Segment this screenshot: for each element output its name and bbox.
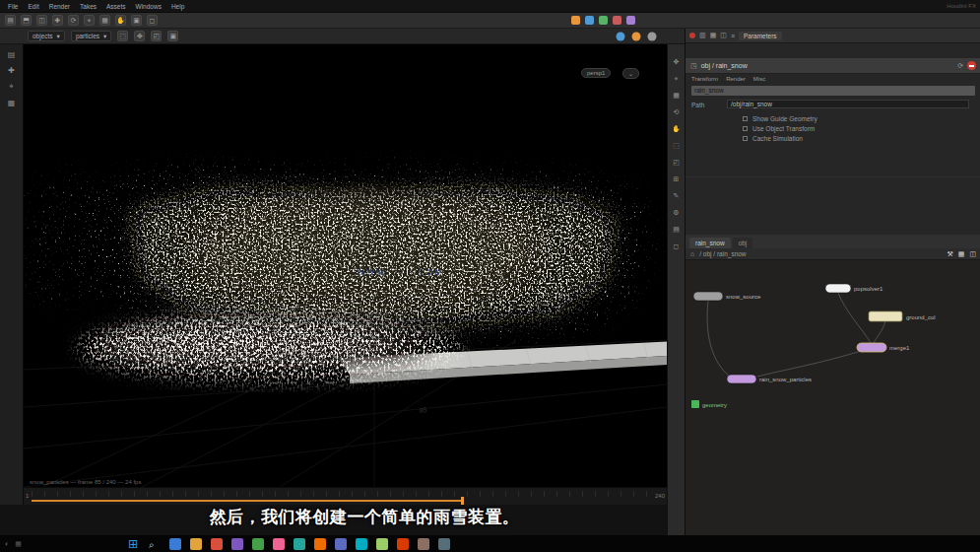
node-popsolver[interactable]: popsolver1 xyxy=(825,284,883,293)
tab-parameters[interactable]: Parameters xyxy=(739,32,782,40)
pane-icon[interactable]: ▦ xyxy=(710,32,717,39)
tool-icon[interactable]: ▦ xyxy=(8,99,16,107)
app-icon[interactable] xyxy=(211,538,223,550)
node-geometry-flag[interactable]: geometry xyxy=(691,400,727,408)
node-snow-source[interactable]: snow_source xyxy=(693,292,761,301)
menu-help[interactable]: Help xyxy=(167,3,188,10)
category-dropdown[interactable]: particles▾ xyxy=(71,31,111,41)
tool-icon[interactable]: ✚ xyxy=(52,15,63,26)
checkbox-row[interactable]: Cache Simulation xyxy=(743,135,803,142)
menu-assets[interactable]: Assets xyxy=(102,3,130,10)
tool-icon[interactable]: ⟳ xyxy=(68,15,79,26)
tool-icon[interactable]: ⟲ xyxy=(674,108,680,116)
timeline-playbar[interactable]: 1 240 xyxy=(24,487,667,505)
param-tab[interactable]: Misc xyxy=(753,76,765,82)
param-tab[interactable]: Transform xyxy=(691,76,718,82)
timeline-scrubber-handle[interactable] xyxy=(461,497,464,505)
frame-start: 1 xyxy=(26,493,29,499)
tool-icon[interactable]: ▦ xyxy=(99,15,110,26)
menu-windows[interactable]: Windows xyxy=(132,3,165,10)
tool-icon[interactable]: ⊞ xyxy=(674,175,680,183)
path-field[interactable]: /obj/rain_snow xyxy=(727,100,969,108)
app-icon[interactable] xyxy=(231,538,243,550)
node-name-field[interactable]: rain_snow xyxy=(691,86,975,96)
param-tab[interactable]: Render xyxy=(726,76,746,82)
main-toolbar: ▤ ⬒ ◫ ✚ ⟳ ⌖ ▦ ✋ ▣ ◻ xyxy=(0,13,980,29)
tool-icon[interactable]: ✋ xyxy=(672,125,681,133)
tab-network-obj[interactable]: obj xyxy=(733,238,753,248)
pane-icon[interactable]: ≡ xyxy=(731,33,735,39)
app-icon[interactable] xyxy=(190,538,202,550)
tool-icon[interactable]: ⌖ xyxy=(675,75,679,83)
tool-icon[interactable]: ▣ xyxy=(167,31,178,41)
tool-icon[interactable]: ◫ xyxy=(36,15,47,26)
viewport-3d[interactable]: 85 persp1 ⌄ WWW.·····.COM snow_particles… xyxy=(24,44,667,487)
app-icon[interactable] xyxy=(376,538,388,550)
view-options-pill[interactable]: ⌄ xyxy=(622,68,639,79)
tool-icon[interactable]: ✚ xyxy=(8,66,15,75)
network-editor[interactable]: snow_source popsolver1 ground_col merge1… xyxy=(686,260,980,535)
search-icon[interactable]: ⌕ xyxy=(149,539,155,550)
tool-icon[interactable]: ⌖ xyxy=(84,15,95,26)
accent-tool-icons[interactable] xyxy=(571,15,650,27)
taskbar-apps[interactable]: ⊞ ⌕ xyxy=(128,536,463,551)
tab-network-rain-snow[interactable]: rain_snow xyxy=(689,238,731,248)
tool-icon[interactable]: ▤ xyxy=(8,50,16,59)
windows-start-icon[interactable]: ⊞ xyxy=(128,537,138,551)
camera-pill[interactable]: persp1 xyxy=(581,68,611,78)
app-icon[interactable] xyxy=(314,538,326,550)
app-icon[interactable] xyxy=(169,538,181,550)
menu-render[interactable]: Render xyxy=(45,3,74,10)
app-icon[interactable] xyxy=(252,538,264,550)
path-label: Path xyxy=(691,102,704,108)
tool-icon[interactable]: ◰ xyxy=(673,159,680,167)
grid-icon[interactable]: ▦ xyxy=(958,250,965,258)
view-toggle-icons[interactable] xyxy=(615,31,662,42)
tool-icon[interactable]: ✥ xyxy=(134,31,145,41)
menu-takes[interactable]: Takes xyxy=(76,3,100,10)
tool-icon[interactable]: ✎ xyxy=(674,192,680,200)
checkbox-icon[interactable] xyxy=(743,126,748,131)
app-icon[interactable] xyxy=(438,538,450,550)
node-rain-snow-particles[interactable]: rain_snow_particles xyxy=(727,375,812,383)
menu-file[interactable]: File xyxy=(4,3,22,10)
tool-icon[interactable]: ◻ xyxy=(147,15,158,26)
pane-icon[interactable]: ▥ xyxy=(699,32,706,39)
home-icon[interactable]: ⌂ xyxy=(690,250,694,257)
layout-icon[interactable]: ◫ xyxy=(969,250,976,258)
tool-icon[interactable]: ◻ xyxy=(674,242,680,250)
tool-icon[interactable]: ⬚ xyxy=(673,142,680,150)
tray-widget-icon[interactable]: ◐ xyxy=(5,540,9,548)
checkbox-icon[interactable] xyxy=(743,116,748,121)
refresh-icon[interactable]: ⟳ xyxy=(957,62,963,70)
pane-icon[interactable]: ◫ xyxy=(720,32,727,39)
app-icon[interactable] xyxy=(418,538,429,550)
app-icon[interactable] xyxy=(273,538,285,550)
tray-widget-icon[interactable]: ▦ xyxy=(15,540,22,548)
tool-icon[interactable]: ▦ xyxy=(673,92,680,100)
tool-icon[interactable]: ✋ xyxy=(115,15,126,26)
app-icon[interactable] xyxy=(356,538,367,550)
timeline-progress[interactable] xyxy=(32,500,463,502)
tool-icon[interactable]: ⚙ xyxy=(673,209,679,217)
tool-icon[interactable]: ⌖ xyxy=(9,82,14,92)
tool-icon[interactable]: ◰ xyxy=(151,31,162,41)
tool-icon[interactable]: ▤ xyxy=(673,226,680,234)
wrench-icon[interactable]: ⚒ xyxy=(947,250,952,258)
mode-dropdown[interactable]: objects▾ xyxy=(28,31,65,41)
checkbox-row[interactable]: Use Object Transform xyxy=(743,125,815,132)
checkbox-icon[interactable] xyxy=(743,136,748,141)
tool-icon[interactable]: ✥ xyxy=(674,58,680,66)
tool-icon[interactable]: ⬒ xyxy=(21,15,32,26)
breadcrumb[interactable]: obj / rain_snow xyxy=(701,62,748,69)
app-icon[interactable] xyxy=(397,538,409,550)
checkbox-row[interactable]: Show Guide Geometry xyxy=(743,115,817,122)
network-path[interactable]: / obj / rain_snow xyxy=(699,250,746,257)
app-icon[interactable] xyxy=(294,538,305,550)
tool-icon[interactable]: ▣ xyxy=(131,15,142,26)
menu-edit[interactable]: Edit xyxy=(24,3,42,10)
node-merge[interactable]: merge1 xyxy=(857,343,910,352)
tool-icon[interactable]: ⬚ xyxy=(117,31,128,41)
app-icon[interactable] xyxy=(335,538,347,550)
tool-icon[interactable]: ▤ xyxy=(5,15,16,26)
